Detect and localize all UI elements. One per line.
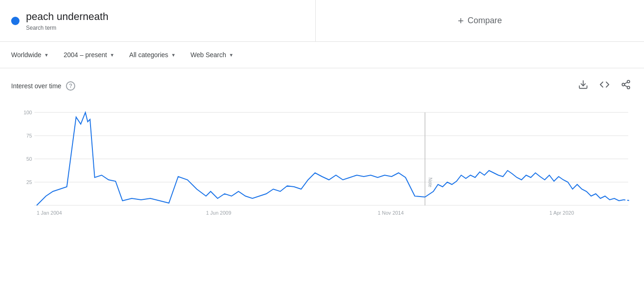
search-term-label: Search term [26,25,108,31]
section-header: Interest over time ? [0,68,644,99]
category-filter[interactable]: All categories ▼ [122,47,183,62]
time-filter[interactable]: 2004 – present ▼ [56,47,122,62]
compare-button[interactable]: + Compare [450,11,509,31]
chart-container: 100 75 50 25 Note 1 Jan 2004 1 Jun 2009 … [0,99,644,239]
embed-icon[interactable] [598,78,611,94]
category-filter-label: All categories [129,51,168,59]
search-term-area: peach underneath Search term [0,0,316,41]
svg-text:25: 25 [26,179,32,185]
time-filter-label: 2004 – present [64,51,107,59]
section-title: Interest over time [11,82,61,90]
compare-plus-icon: + [458,15,464,27]
search-type-filter[interactable]: Web Search ▼ [183,47,241,62]
interest-chart: 100 75 50 25 Note 1 Jan 2004 1 Jun 2009 … [11,99,633,229]
svg-text:1 Nov 2014: 1 Nov 2014 [377,210,403,216]
compare-label: Compare [468,16,502,26]
section-actions [576,78,633,94]
section-title-area: Interest over time ? [11,81,75,91]
location-filter[interactable]: Worldwide ▼ [4,47,56,62]
category-chevron-icon: ▼ [171,53,176,58]
svg-text:1 Jan 2004: 1 Jan 2004 [37,210,62,216]
share-icon[interactable] [619,78,633,94]
svg-text:1 Apr 2020: 1 Apr 2020 [549,210,574,216]
location-filter-label: Worldwide [11,51,41,59]
header: peach underneath Search term + Compare [0,0,644,42]
svg-text:1 Jun 2009: 1 Jun 2009 [206,210,231,216]
search-type-chevron-icon: ▼ [229,53,234,58]
search-term-title: peach underneath [26,10,108,24]
search-type-filter-label: Web Search [190,51,226,59]
svg-text:50: 50 [26,156,32,162]
location-chevron-icon: ▼ [44,53,49,58]
search-term-text: peach underneath Search term [26,10,108,31]
search-term-dot [11,17,20,25]
svg-text:Note: Note [428,177,433,188]
filter-bar: Worldwide ▼ 2004 – present ▼ All categor… [0,42,644,68]
time-chevron-icon: ▼ [110,53,114,58]
chart-dotted-line [624,200,631,201]
help-icon-label: ? [69,83,72,89]
download-icon[interactable] [576,78,590,94]
svg-line-5 [624,82,627,84]
svg-line-4 [624,85,627,87]
svg-text:100: 100 [24,110,32,115]
help-icon[interactable]: ? [66,81,75,91]
svg-text:75: 75 [26,133,32,138]
compare-area: + Compare [316,0,644,41]
